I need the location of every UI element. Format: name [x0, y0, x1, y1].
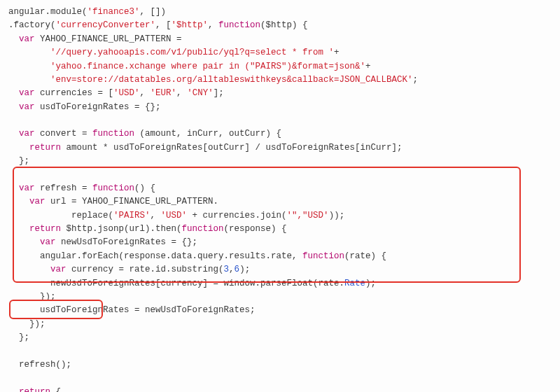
t: refresh = — [35, 183, 93, 193]
t: ($http) { — [260, 20, 308, 30]
t: , [ — [155, 20, 172, 30]
t: + — [334, 48, 340, 57]
t: return — [29, 224, 61, 234]
t: .factory( — [8, 20, 56, 30]
t: YAHOO_FINANCE_URL_PATTERN = — [35, 34, 182, 44]
t: amount * usdToForeignRates[outCurr] / us… — [61, 143, 402, 153]
t: return — [19, 387, 50, 393]
t: + — [365, 62, 371, 71]
t: 'yahoo.finance.xchange where pair in ("P… — [50, 62, 365, 71]
t: Rate — [344, 279, 365, 288]
t: function — [92, 129, 134, 139]
t: var — [19, 88, 35, 98]
t: function — [182, 224, 224, 234]
t: replace( — [71, 211, 113, 220]
t: }); — [40, 292, 56, 302]
t: url = YAHOO_FINANCE_URL_PATTERN. — [46, 197, 219, 206]
t: var — [19, 129, 35, 139]
t: { — [50, 387, 61, 393]
t: (rate) { — [344, 251, 386, 261]
t: 'finance3' — [88, 7, 140, 17]
t: var — [50, 265, 66, 274]
t: var — [19, 102, 35, 112]
t: }; — [19, 332, 29, 342]
t: newUsdToForeignRates = {}; — [56, 237, 198, 247]
t: ]; — [214, 88, 224, 98]
t: }; — [19, 156, 29, 166]
t: convert = — [35, 129, 93, 139]
t: var — [40, 237, 56, 247]
t: , []) — [140, 7, 167, 17]
t: 6 — [234, 265, 240, 274]
t: function — [218, 20, 260, 30]
t: }); — [29, 319, 46, 329]
t: , — [208, 20, 218, 30]
t: var — [29, 197, 46, 206]
t: newUsdToForeignRates[currency] = window.… — [50, 279, 344, 288]
t: return — [29, 143, 61, 153]
t: 3 — [224, 265, 230, 274]
t: '//query.yahooapis.com/v1/public/yql?q=s… — [50, 48, 334, 57]
t: function — [302, 251, 344, 261]
t: , — [150, 211, 161, 220]
t: currencies = [ — [35, 88, 114, 98]
t: () { — [134, 183, 155, 193]
t: currency = rate.id.substring( — [66, 265, 224, 274]
t: angular.module( — [8, 7, 88, 17]
t: , — [140, 88, 150, 98]
t: 'env=store://datatables.org/alltableswit… — [50, 75, 413, 85]
t: var — [19, 183, 35, 193]
t: 'USD' — [113, 88, 140, 98]
t: ); — [365, 279, 376, 288]
t: 'EUR' — [150, 88, 177, 98]
t: 'PAIRS' — [113, 211, 150, 220]
t: var — [19, 34, 35, 44]
t: 'CNY' — [187, 88, 214, 98]
t: , — [229, 265, 234, 274]
t: '$http' — [172, 20, 209, 30]
t: )); — [329, 211, 345, 220]
t: 'currencyConverter' — [56, 20, 156, 30]
t: usdToForeignRates = newUsdToForeignRates… — [40, 305, 255, 315]
t: , — [176, 88, 187, 98]
t: '","USD' — [287, 211, 329, 220]
t: 'USD' — [161, 211, 188, 220]
t: function — [92, 183, 134, 193]
t: angular.forEach(response.data.query.resu… — [40, 251, 302, 261]
code-block: angular.module('finance3', []) .factory(… — [8, 6, 552, 392]
t: (amount, inCurr, outCurr) { — [134, 129, 281, 139]
t: (response) { — [224, 224, 287, 234]
t: $http.jsonp(url).then( — [61, 224, 182, 234]
t: usdToForeignRates = {}; — [35, 102, 161, 112]
t: + currencies.join( — [187, 211, 287, 220]
t: ; — [413, 75, 419, 85]
t: ); — [239, 265, 250, 274]
t: refresh(); — [19, 360, 71, 370]
